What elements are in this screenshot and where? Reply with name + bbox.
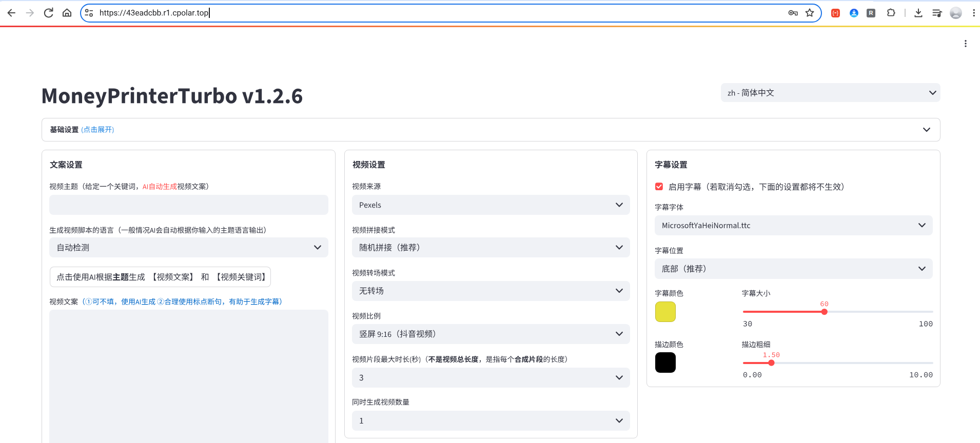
svg-text:}: }: [837, 10, 839, 16]
svg-text:{: {: [833, 10, 835, 16]
svg-text:R: R: [869, 10, 873, 16]
